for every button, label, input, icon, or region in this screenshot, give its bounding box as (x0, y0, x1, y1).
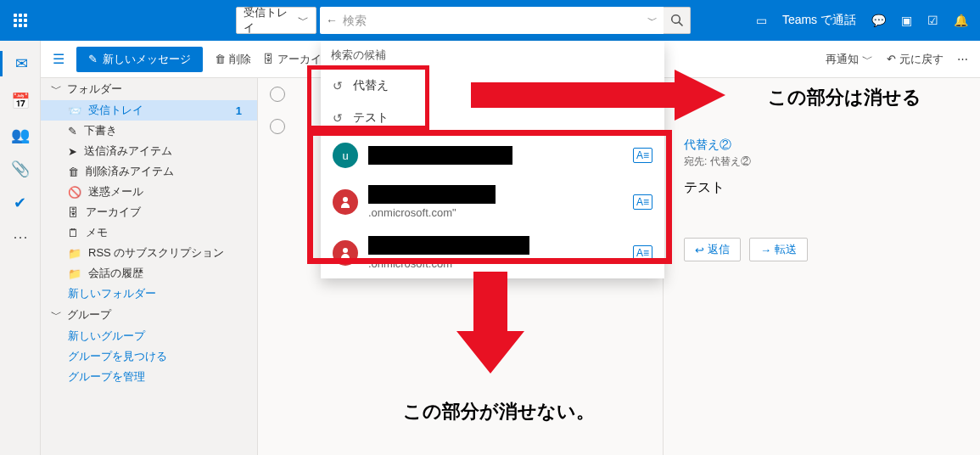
history-icon: ↺ (333, 111, 343, 125)
redacted-name (368, 236, 529, 255)
calendar-share-icon[interactable]: ▣ (901, 14, 912, 27)
folder-drafts[interactable]: ✎ 下書き (41, 121, 257, 141)
person-icon (339, 246, 352, 260)
people-module-button[interactable]: 👥 (11, 126, 30, 144)
search-history-item[interactable]: ↺ テスト (321, 102, 664, 134)
new-message-button[interactable]: ✎ 新しいメッセージ (76, 47, 203, 72)
search-scope-label: 受信トレイ (244, 5, 298, 36)
redacted-name (368, 146, 512, 165)
delete-button[interactable]: 🗑 削除 (215, 52, 251, 67)
folder-deleted[interactable]: 🗑 削除済みアイテム (41, 161, 257, 182)
mail-module-button[interactable]: ✉ (0, 51, 40, 76)
calendar-module-button[interactable]: 📅 (11, 92, 30, 110)
back-icon[interactable]: ← (326, 14, 338, 27)
avatar (333, 189, 358, 215)
message-subject: テスト (684, 179, 960, 197)
files-module-button[interactable]: 📎 (11, 160, 30, 178)
select-checkbox[interactable] (270, 87, 285, 102)
new-folder-link[interactable]: 新しいフォルダー (41, 284, 257, 304)
message-from[interactable]: 代替え② (684, 138, 960, 153)
notes-icon: 🗒 (68, 227, 79, 239)
waffle-icon (14, 14, 27, 27)
new-message-label: 新しいメッセージ (103, 52, 191, 67)
folder-sent[interactable]: ➤ 送信済みアイテム (41, 141, 257, 161)
chevron-down-icon: ﹀ (298, 13, 309, 28)
undo-button[interactable]: ↶ 元に戻す (887, 52, 944, 67)
reply-button[interactable]: ↩ 返信 (684, 238, 741, 261)
snooze-button[interactable]: 再通知 ﹀ (826, 52, 873, 67)
compose-icon: ✎ (88, 53, 98, 65)
contact-card-icon[interactable]: A≡ (633, 194, 652, 210)
search-button[interactable] (664, 7, 691, 34)
chevron-down-icon[interactable]: ﹀ (647, 14, 658, 28)
folder-icon: 📁 (68, 247, 81, 260)
inbox-icon: 📨 (68, 104, 81, 117)
trash-icon: 🗑 (215, 53, 226, 65)
archive-icon: 🗄 (263, 53, 274, 65)
folder-conversation-history[interactable]: 📁 会話の履歴 (41, 263, 257, 284)
people-suggestion[interactable]: .onmicrosoft.com" A≡ (321, 228, 664, 278)
annotation-text: この部分が消せない。 (403, 399, 595, 424)
folder-junk[interactable]: 🚫 迷惑メール (41, 182, 257, 202)
app-header: 受信トレイ ﹀ ← ﹀ ▭ Teams で通話 💬 ▣ ☑ 🔔 (0, 0, 980, 41)
chevron-down-icon: ﹀ (51, 81, 62, 97)
search-box[interactable]: ← ﹀ (320, 7, 664, 34)
chat-icon[interactable]: 💬 (871, 14, 886, 27)
app-launcher-button[interactable] (0, 0, 41, 41)
redacted-name (368, 185, 496, 204)
message-to: 宛先: 代替え② (684, 154, 960, 169)
search-history-item[interactable]: ↺ 代替え (321, 70, 664, 102)
new-group-link[interactable]: 新しいグループ (41, 326, 257, 346)
drafts-icon: ✎ (68, 125, 77, 138)
folder-notes[interactable]: 🗒 メモ (41, 222, 257, 243)
chevron-down-icon: ﹀ (51, 307, 62, 323)
folder-rss[interactable]: 📁 RSS のサブスクリプション (41, 243, 257, 263)
more-actions-button[interactable]: ⋯ (957, 53, 968, 65)
select-checkbox[interactable] (270, 119, 285, 134)
video-icon[interactable]: ▭ (756, 14, 767, 27)
archive-icon: 🗄 (68, 206, 79, 219)
forward-button[interactable]: → 転送 (749, 238, 808, 261)
folder-archive[interactable]: 🗄 アーカイブ (41, 202, 257, 222)
teams-call-button[interactable]: Teams で通話 (782, 13, 856, 28)
notifications-icon[interactable]: 🔔 (954, 14, 968, 27)
people-suggestion[interactable]: .onmicrosoft.com" A≡ (321, 177, 664, 228)
inbox-unread-count: 1 (236, 104, 250, 117)
forward-icon: → (760, 244, 771, 256)
history-icon: ↺ (333, 79, 343, 93)
more-modules-button[interactable]: ⋯ (13, 228, 28, 246)
groups-section-header[interactable]: ﹀ グループ (41, 304, 257, 326)
header-right: ▭ Teams で通話 💬 ▣ ☑ 🔔 (756, 13, 980, 28)
annotation-text: この部分は消せる (768, 85, 921, 110)
nav-toggle-button[interactable]: ☰ (53, 51, 64, 67)
left-rail: ✉ 📅 👥 📎 ✔ ⋯ (0, 41, 41, 455)
folder-inbox[interactable]: 📨 受信トレイ 1 (41, 100, 257, 121)
email-domain: .onmicrosoft.com" (368, 257, 456, 270)
people-suggestion[interactable]: u A≡ (321, 134, 664, 177)
find-group-link[interactable]: グループを見つける (41, 346, 257, 367)
junk-icon: 🚫 (68, 186, 81, 199)
avatar (333, 240, 358, 266)
folder-pane: ﹀ フォルダー 📨 受信トレイ 1 ✎ 下書き ➤ 送信済みアイテム 🗑 削除済… (41, 78, 258, 455)
search-suggestions-dropdown: 検索の候補 ↺ 代替え ↺ テスト u A≡ .onmicrosoft.com"… (321, 41, 664, 278)
reading-pane: 代替え② 宛先: 代替え② テスト ↩ 返信 → 転送 (664, 78, 980, 455)
contact-card-icon[interactable]: A≡ (633, 245, 652, 261)
todo-module-button[interactable]: ✔ (14, 194, 26, 212)
undo-icon: ↶ (887, 53, 896, 65)
search-icon (670, 14, 684, 27)
task-pane-icon[interactable]: ☑ (927, 14, 938, 27)
contact-card-icon[interactable]: A≡ (633, 148, 652, 163)
person-icon (339, 195, 352, 209)
chevron-down-icon: ﹀ (862, 52, 873, 67)
sent-icon: ➤ (68, 145, 77, 158)
search-input[interactable] (343, 8, 647, 33)
search-container: ← ﹀ (320, 7, 691, 34)
suggestions-header: 検索の候補 (321, 41, 664, 70)
avatar: u (333, 143, 358, 168)
email-domain: .onmicrosoft.com" (368, 206, 456, 219)
search-scope-dropdown[interactable]: 受信トレイ ﹀ (236, 7, 316, 34)
folder-icon: 📁 (68, 267, 81, 280)
folders-section-header[interactable]: ﹀ フォルダー (41, 78, 257, 100)
reply-icon: ↩ (695, 244, 704, 256)
manage-group-link[interactable]: グループを管理 (41, 367, 257, 387)
